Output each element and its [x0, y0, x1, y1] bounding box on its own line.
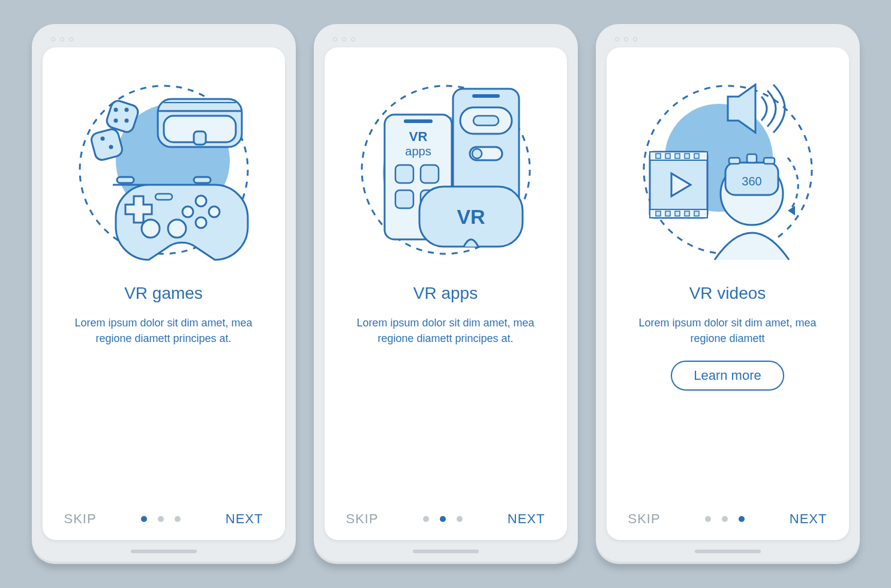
page-dot-2[interactable] — [722, 516, 728, 522]
svg-rect-22 — [194, 177, 211, 183]
vr-goggles-icon: VR — [419, 187, 523, 247]
screen-title: VR videos — [689, 284, 766, 303]
svg-rect-49 — [685, 154, 689, 158]
home-bar — [413, 550, 479, 553]
page-dot-1[interactable] — [141, 516, 147, 522]
svg-rect-32 — [404, 119, 433, 123]
svg-rect-60 — [764, 158, 775, 164]
svg-rect-46 — [656, 154, 661, 158]
onboarding-footer: SKIP NEXT — [343, 511, 549, 527]
svg-text:VR: VR — [409, 129, 427, 144]
page-dot-1[interactable] — [423, 516, 429, 522]
page-dot-3[interactable] — [457, 516, 463, 522]
screen-desc: Lorem ipsum dolor sit dim amet, mea regi… — [68, 315, 260, 346]
page-dots — [141, 516, 181, 522]
notch-dots — [325, 35, 567, 41]
svg-rect-12 — [194, 131, 206, 145]
notch-dots — [607, 35, 849, 41]
svg-point-6 — [113, 108, 118, 112]
page-dot-1[interactable] — [705, 516, 711, 522]
person-vr-icon: 360 — [715, 154, 798, 260]
page-dots — [423, 516, 463, 522]
onboarding-screen-1: VR games Lorem ipsum dolor sit dim amet,… — [43, 47, 285, 540]
page-dot-2[interactable] — [158, 516, 164, 522]
svg-rect-48 — [675, 154, 680, 158]
svg-rect-59 — [729, 158, 740, 164]
svg-point-8 — [113, 119, 118, 123]
svg-rect-54 — [685, 211, 689, 216]
svg-point-7 — [124, 119, 128, 123]
svg-text:VR: VR — [457, 205, 485, 228]
svg-rect-55 — [694, 211, 699, 216]
next-button[interactable]: NEXT — [508, 511, 545, 527]
svg-point-19 — [142, 220, 160, 238]
svg-rect-51 — [656, 211, 661, 216]
screen-title: VR apps — [413, 284, 478, 303]
screen-title: VR games — [124, 284, 203, 303]
svg-rect-53 — [675, 211, 680, 216]
page-dot-2[interactable] — [440, 516, 446, 522]
svg-rect-61 — [747, 154, 757, 163]
svg-rect-52 — [665, 211, 670, 216]
svg-rect-35 — [395, 165, 413, 183]
vr-headset-icon — [158, 99, 242, 147]
svg-text:360: 360 — [742, 175, 761, 188]
phone-frame-1: VR games Lorem ipsum dolor sit dim amet,… — [32, 24, 296, 564]
phone-frame-2: VR apps VR VR apps Lorem ipsum dolor sit… — [314, 24, 578, 564]
screen-desc: Lorem ipsum dolor sit dim amet, mea regi… — [350, 315, 542, 346]
gamepad-icon — [113, 177, 248, 260]
onboarding-footer: SKIP NEXT — [61, 511, 267, 527]
page-dot-3[interactable] — [175, 516, 181, 522]
vr-games-illustration — [68, 68, 260, 266]
skip-button[interactable]: SKIP — [628, 511, 661, 527]
svg-marker-63 — [788, 206, 795, 215]
home-bar — [695, 550, 761, 553]
svg-rect-2 — [89, 128, 123, 161]
onboarding-footer: SKIP NEXT — [625, 511, 831, 527]
notch-dots — [43, 35, 285, 41]
next-button[interactable]: NEXT — [226, 511, 263, 527]
svg-rect-21 — [117, 177, 134, 183]
svg-point-14 — [196, 196, 206, 206]
svg-rect-37 — [395, 190, 413, 208]
screen-desc: Lorem ipsum dolor sit dim amet, mea regi… — [632, 315, 824, 346]
svg-rect-27 — [473, 116, 499, 125]
page-dots — [705, 516, 745, 522]
skip-button[interactable]: SKIP — [346, 511, 379, 527]
home-bar — [131, 550, 197, 553]
svg-point-16 — [196, 217, 206, 228]
svg-rect-36 — [421, 165, 439, 183]
svg-point-3 — [100, 137, 104, 141]
skip-button[interactable]: SKIP — [64, 511, 97, 527]
svg-rect-47 — [665, 154, 670, 158]
svg-point-20 — [168, 220, 186, 238]
learn-more-button[interactable]: Learn more — [671, 361, 784, 391]
vr-videos-illustration: 360 — [632, 68, 824, 266]
next-button[interactable]: NEXT — [790, 511, 827, 527]
vr-apps-illustration: VR apps VR — [350, 68, 542, 266]
svg-point-4 — [109, 145, 113, 149]
svg-point-9 — [124, 108, 128, 112]
svg-rect-30 — [472, 94, 500, 98]
page-dot-3[interactable] — [739, 516, 745, 522]
film-strip-icon — [650, 152, 707, 218]
svg-text:apps: apps — [405, 145, 431, 158]
svg-point-17 — [182, 206, 193, 217]
phone-frame-3: 360 VR videos Lorem ipsum dolor sit dim … — [596, 24, 860, 564]
svg-point-29 — [472, 149, 482, 158]
svg-rect-50 — [694, 154, 699, 158]
onboarding-screen-3: 360 VR videos Lorem ipsum dolor sit dim … — [607, 47, 849, 540]
svg-point-15 — [209, 206, 220, 217]
onboarding-screen-2: VR apps VR VR apps Lorem ipsum dolor sit… — [325, 47, 567, 540]
